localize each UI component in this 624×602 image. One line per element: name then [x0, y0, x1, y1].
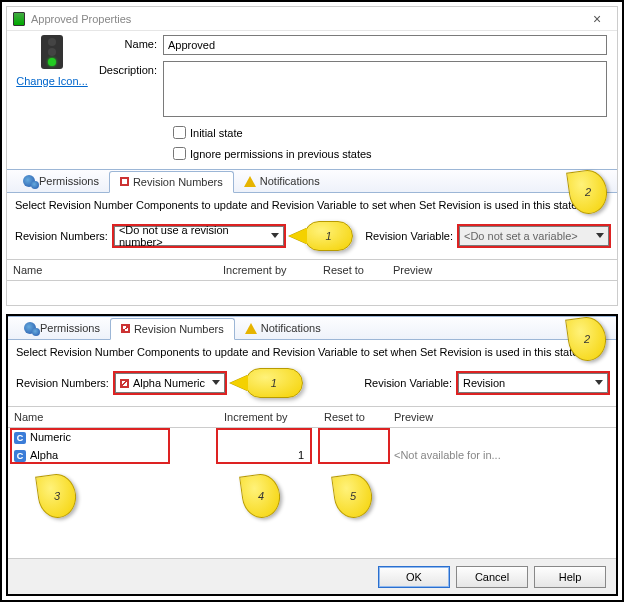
- cancel-button[interactable]: Cancel: [456, 566, 528, 588]
- component-icon: C: [14, 432, 26, 444]
- revision-icon: [121, 324, 130, 333]
- col-reset: Reset to: [317, 260, 387, 280]
- revision-variable-label: Revision Variable:: [365, 230, 453, 242]
- callout-5: 5: [331, 472, 375, 521]
- revision-variable-dropdown[interactable]: <Do not set a variable>: [459, 226, 609, 246]
- description-label: Description:: [87, 61, 163, 117]
- tab-strip: Permissions Revision Numbers Notificatio…: [7, 169, 617, 193]
- revision-numbers-label: Revision Numbers:: [16, 377, 109, 389]
- button-bar: OK Cancel Help: [8, 558, 616, 594]
- revision-numbers-dropdown[interactable]: <Do not use a revision number>: [114, 226, 284, 246]
- callout-3: 3: [35, 472, 79, 521]
- grid-body: CNumeric CAlpha <Not available for in...…: [8, 428, 616, 464]
- revision-numbers-label: Revision Numbers:: [15, 230, 108, 242]
- preview-cell: <Not available for in...: [388, 448, 616, 462]
- tab-permissions[interactable]: Permissions: [13, 170, 109, 192]
- name-label: Name:: [87, 35, 163, 55]
- component-icon: C: [14, 450, 26, 462]
- ok-button[interactable]: OK: [378, 566, 450, 588]
- chevron-down-icon: [212, 380, 220, 385]
- approved-properties-dialog: Approved Properties × Change Icon... Nam…: [6, 6, 618, 306]
- ignore-permissions-label: Ignore permissions in previous states: [190, 148, 372, 160]
- revision-variable-label: Revision Variable:: [364, 377, 452, 389]
- help-button[interactable]: Help: [534, 566, 606, 588]
- initial-state-checkbox[interactable]: [173, 126, 186, 139]
- grid-header: Name Increment by Reset to Preview: [8, 406, 616, 428]
- description-input[interactable]: [163, 61, 607, 117]
- tab-notifications[interactable]: Notifications: [234, 170, 330, 192]
- tab-strip: Permissions Revision Numbers Notificatio…: [8, 316, 616, 340]
- state-icon: [41, 35, 63, 69]
- table-row[interactable]: CAlpha <Not available for in...: [8, 446, 616, 464]
- tab-description: Select Revision Number Components to upd…: [8, 340, 616, 364]
- increment-input[interactable]: [224, 446, 310, 464]
- col-increment: Increment by: [218, 407, 318, 427]
- ignore-permissions-checkbox[interactable]: [173, 147, 186, 160]
- revision-variable-dropdown[interactable]: Revision: [458, 373, 608, 393]
- grid-header: Name Increment by Reset to Preview: [7, 259, 617, 281]
- col-name: Name: [8, 407, 218, 427]
- title-bar: Approved Properties ×: [7, 7, 617, 31]
- revision-config-panel: Permissions Revision Numbers Notificatio…: [6, 314, 618, 596]
- callout-1b: 1: [245, 368, 303, 398]
- notifications-icon: [244, 176, 256, 187]
- tab-permissions[interactable]: Permissions: [14, 317, 110, 339]
- change-icon-link[interactable]: Change Icon...: [16, 75, 88, 87]
- tab-description: Select Revision Number Components to upd…: [7, 193, 617, 217]
- chevron-down-icon: [596, 233, 604, 238]
- preview-cell: [388, 436, 616, 438]
- revision-icon: [120, 379, 129, 388]
- col-preview: Preview: [388, 407, 616, 427]
- name-input[interactable]: [163, 35, 607, 55]
- callout-1: 1: [304, 221, 353, 251]
- col-reset: Reset to: [318, 407, 388, 427]
- app-icon: [13, 12, 25, 26]
- reset-input[interactable]: [324, 446, 384, 464]
- table-row[interactable]: CNumeric: [8, 428, 616, 446]
- permissions-icon: [23, 175, 35, 187]
- tab-revision-numbers[interactable]: Revision Numbers: [109, 171, 234, 193]
- notifications-icon: [245, 323, 257, 334]
- close-icon[interactable]: ×: [583, 11, 611, 27]
- chevron-down-icon: [271, 233, 279, 238]
- increment-input[interactable]: [224, 428, 310, 446]
- col-preview: Preview: [387, 260, 617, 280]
- reset-input[interactable]: [324, 428, 384, 446]
- initial-state-label: Initial state: [190, 127, 243, 139]
- tab-revision-numbers[interactable]: Revision Numbers: [110, 318, 235, 340]
- tab-notifications[interactable]: Notifications: [235, 317, 331, 339]
- revision-numbers-dropdown[interactable]: Alpha Numeric: [115, 373, 225, 393]
- col-name: Name: [7, 260, 217, 280]
- callout-4: 4: [239, 472, 283, 521]
- window-title: Approved Properties: [31, 13, 583, 25]
- permissions-icon: [24, 322, 36, 334]
- chevron-down-icon: [595, 380, 603, 385]
- col-increment: Increment by: [217, 260, 317, 280]
- revision-icon: [120, 177, 129, 186]
